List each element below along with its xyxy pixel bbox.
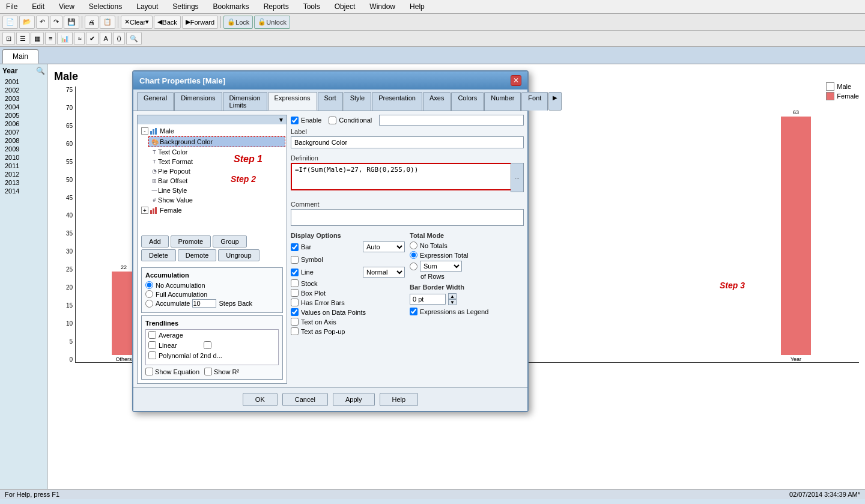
check-line[interactable]: Line Normal [291,267,405,278]
tree-show-value[interactable]: # Show Value [148,195,285,205]
tree-text-color[interactable]: T Text Color [148,147,285,157]
tab-scroll-right[interactable]: ▶ [548,92,562,111]
undo-button[interactable]: ↶ [36,16,49,29]
redo-button[interactable]: ↷ [50,16,62,29]
definition-textarea[interactable]: =If(Sum(Male)=27, RGB(0,255,0)) [291,163,524,190]
tab-style[interactable]: Style [344,92,371,111]
check-text-axis[interactable]: Text on Axis [291,318,405,326]
cancel-button[interactable]: Cancel [282,393,328,406]
total-no-totals[interactable]: No Totals [410,241,524,249]
tb2-btn-6[interactable]: ≈ [74,32,85,45]
menu-bookmarks[interactable]: Bookmarks [210,1,253,12]
menu-help[interactable]: Help [406,1,428,12]
check-bar[interactable]: Bar Auto [291,241,405,252]
help-button[interactable]: Help [380,393,419,406]
tab-sort[interactable]: Sort [318,92,343,111]
year-2005[interactable]: 2005 [2,111,45,120]
radio-accumulate[interactable]: Accumulate Steps Back [145,299,279,308]
trend-linear[interactable]: Linear [146,340,278,350]
conditional-input[interactable] [379,115,524,126]
tree-text-format[interactable]: T Text Format [148,157,285,166]
year-2008[interactable]: 2008 [2,136,45,145]
year-2004[interactable]: 2004 [2,103,45,111]
tb2-btn-2[interactable]: ☰ [16,32,29,45]
delete-button[interactable]: Delete [141,249,176,261]
tab-dimension-limits[interactable]: Dimension Limits [223,92,267,111]
accum-steps-input[interactable] [192,299,216,308]
tree-female-group[interactable]: + Female [139,205,285,216]
tab-expressions[interactable]: Expressions [268,92,317,111]
check-symbol[interactable]: Symbol [291,254,405,265]
total-sum-row[interactable]: Sum [410,261,524,272]
spinner-up[interactable]: ▲ [448,293,457,299]
menu-settings[interactable]: Settings [169,1,202,12]
tree-pie-popout[interactable]: ◔ Pie Popout [148,166,285,176]
show-r2-check[interactable]: Show R² [204,368,239,375]
tree-bar-offset[interactable]: ⊞ Bar Offset [148,176,285,186]
radio-no-accum[interactable]: No Accumulation [145,281,279,289]
enable-check[interactable]: Enable [291,117,321,124]
year-2010[interactable]: 2010 [2,153,45,162]
year-2011[interactable]: 2011 [2,162,45,170]
tab-dimensions[interactable]: Dimensions [174,92,222,111]
menu-window[interactable]: Window [366,1,399,12]
menu-layout[interactable]: Layout [133,1,162,12]
tab-colors[interactable]: Colors [451,92,484,111]
bar-select[interactable]: Auto [363,241,405,252]
tree-line-style[interactable]: — Line Style [148,186,285,195]
tb2-btn-7[interactable]: ✔ [86,32,99,45]
tab-axes[interactable]: Axes [423,92,451,111]
check-text-popup[interactable]: Text as Pop-up [291,327,405,335]
year-search-icon[interactable]: 🔍 [36,67,45,75]
tb2-btn-4[interactable]: ≡ [45,32,56,45]
year-2013[interactable]: 2013 [2,178,45,187]
year-2012[interactable]: 2012 [2,170,45,178]
check-box-plot[interactable]: Box Plot [291,289,405,297]
label-input[interactable] [291,136,524,148]
year-2003[interactable]: 2003 [2,94,45,103]
expr-legend-check[interactable] [410,308,417,315]
expand-male[interactable]: - [141,127,148,135]
copy-button[interactable]: 📋 [100,16,115,29]
tb2-btn-10[interactable]: 🔍 [126,32,142,45]
bar-border-value[interactable] [410,294,446,305]
tb2-btn-9[interactable]: ⟨⟩ [113,32,125,45]
year-2002[interactable]: 2002 [2,86,45,94]
menu-object[interactable]: Object [331,1,359,12]
expr-legend-row[interactable]: Expressions as Legend [410,308,524,315]
back-button[interactable]: ◀ Back [154,16,180,29]
expand-female[interactable]: + [141,207,148,214]
lock-button[interactable]: 🔒 Lock [223,16,253,29]
tab-number[interactable]: Number [484,92,521,111]
year-2007[interactable]: 2007 [2,128,45,136]
year-2014[interactable]: 2014 [2,187,45,195]
tab-presentation[interactable]: Presentation [372,92,422,111]
year-2009[interactable]: 2009 [2,145,45,153]
sum-select[interactable]: Sum [420,261,462,272]
radio-full-accum[interactable]: Full Accumulation [145,290,279,298]
year-2006[interactable]: 2006 [2,120,45,128]
tb2-btn-8[interactable]: A [100,32,111,45]
menu-edit[interactable]: Edit [28,1,48,12]
menu-selections[interactable]: Selections [85,1,126,12]
tab-general[interactable]: General [137,92,174,111]
definition-edit-button[interactable]: ··· [511,163,524,192]
tb2-btn-3[interactable]: ▦ [31,32,44,45]
group-button[interactable]: Group [213,235,247,247]
tree-male-group[interactable]: - Male [139,126,285,136]
demote-button[interactable]: Demote [178,249,217,261]
check-stock[interactable]: Stock [291,279,405,287]
line-select[interactable]: Normal [363,267,405,278]
new-button[interactable]: 📄 [2,16,18,29]
show-equation-check[interactable]: Show Equation [145,368,199,375]
save-button[interactable]: 💾 [64,16,79,29]
comment-input[interactable] [291,209,524,226]
tab-main[interactable]: Main [2,49,38,64]
open-button[interactable]: 📂 [19,16,35,29]
clear-button[interactable]: ✕ Clear ▾ [121,16,153,29]
check-values[interactable]: Values on Data Points [291,308,405,316]
menu-view[interactable]: View [55,1,78,12]
dialog-close-button[interactable]: ✕ [511,75,521,86]
forward-button[interactable]: ▶ Forward [182,16,218,29]
ok-button[interactable]: OK [243,393,278,406]
